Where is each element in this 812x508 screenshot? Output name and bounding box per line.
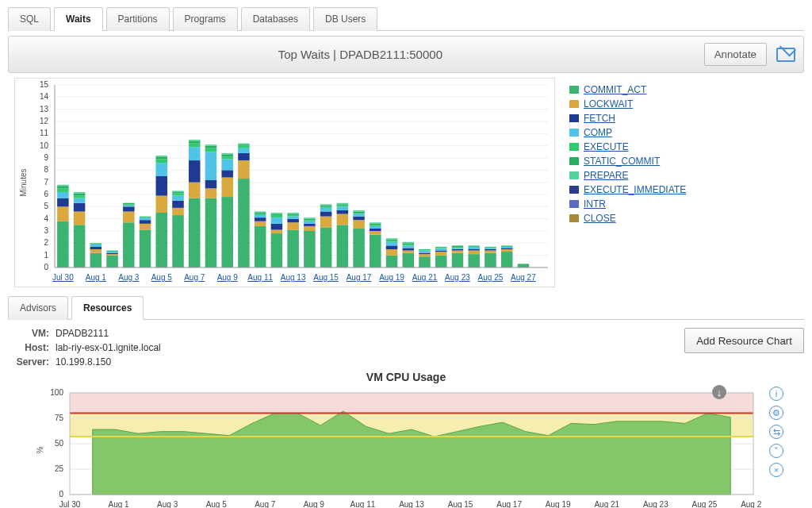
chevron-down-icon[interactable]: ˅ bbox=[769, 444, 783, 458]
svg-rect-164 bbox=[353, 214, 365, 217]
svg-text:15: 15 bbox=[40, 80, 49, 89]
svg-rect-52 bbox=[90, 243, 102, 244]
legend-item-commit_act[interactable]: COMMIT_ACT bbox=[569, 84, 686, 95]
close-icon[interactable]: × bbox=[769, 463, 783, 477]
svg-text:Aug 13: Aug 13 bbox=[399, 500, 424, 508]
info-icon[interactable]: i bbox=[769, 387, 783, 401]
mail-icon[interactable] bbox=[776, 48, 795, 62]
svg-rect-110 bbox=[238, 160, 250, 179]
legend-label: LOCKWAIT bbox=[584, 98, 633, 110]
svg-rect-140 bbox=[304, 226, 316, 231]
svg-rect-100 bbox=[205, 144, 217, 146]
legend-swatch bbox=[569, 114, 579, 122]
subtab-advisors[interactable]: Advisors bbox=[8, 296, 68, 320]
waits-chart[interactable]: 0123456789101112131415MinutesJul 30Aug 1… bbox=[14, 78, 555, 287]
svg-rect-214 bbox=[485, 253, 496, 267]
svg-rect-72 bbox=[156, 196, 168, 213]
svg-text:Aug 21: Aug 21 bbox=[594, 500, 619, 508]
svg-rect-36 bbox=[57, 192, 69, 198]
svg-text:%: % bbox=[36, 446, 44, 453]
svg-text:10: 10 bbox=[40, 141, 49, 150]
gear-icon[interactable]: ⚙ bbox=[769, 406, 783, 420]
svg-rect-213 bbox=[468, 245, 480, 247]
tab-programs[interactable]: Programs bbox=[173, 7, 238, 31]
tab-databases[interactable]: Databases bbox=[241, 7, 310, 31]
svg-rect-158 bbox=[337, 206, 349, 207]
legend-item-close[interactable]: CLOSE bbox=[569, 213, 686, 224]
legend-item-execute[interactable]: EXECUTE bbox=[569, 141, 686, 152]
svg-rect-79 bbox=[172, 215, 184, 267]
tab-sql[interactable]: SQL bbox=[8, 7, 51, 31]
svg-rect-48 bbox=[90, 253, 102, 267]
legend-label: EXECUTE bbox=[584, 141, 629, 152]
svg-rect-33 bbox=[57, 221, 69, 267]
svg-text:Jul 30: Jul 30 bbox=[52, 273, 74, 282]
tab-waits[interactable]: Waits bbox=[54, 7, 103, 31]
svg-rect-112 bbox=[238, 148, 250, 153]
svg-text:Jul 30: Jul 30 bbox=[59, 500, 81, 508]
annotate-button[interactable]: Annotate bbox=[704, 43, 767, 66]
legend-item-static_commit[interactable]: STATIC_COMMIT bbox=[569, 156, 686, 167]
svg-rect-125 bbox=[271, 229, 283, 233]
svg-rect-211 bbox=[468, 249, 480, 251]
svg-text:25: 25 bbox=[55, 464, 64, 473]
svg-text:8: 8 bbox=[44, 165, 48, 174]
marker-icon[interactable]: ↓ bbox=[712, 385, 726, 399]
svg-rect-126 bbox=[271, 224, 283, 230]
subtab-resources[interactable]: Resources bbox=[71, 296, 144, 320]
svg-rect-97 bbox=[205, 152, 217, 179]
svg-rect-139 bbox=[304, 231, 316, 267]
legend-item-lockwait[interactable]: LOCKWAIT bbox=[569, 98, 686, 110]
svg-rect-35 bbox=[57, 198, 69, 207]
legend-item-comp[interactable]: COMP bbox=[569, 127, 686, 138]
legend-item-fetch[interactable]: FETCH bbox=[569, 113, 686, 124]
svg-rect-57 bbox=[106, 252, 118, 253]
legend-item-intr[interactable]: INTR bbox=[569, 198, 686, 210]
svg-rect-96 bbox=[205, 180, 217, 189]
legend-swatch bbox=[569, 100, 579, 108]
svg-rect-64 bbox=[123, 203, 135, 205]
svg-rect-133 bbox=[287, 219, 299, 223]
svg-text:Aug 7: Aug 7 bbox=[255, 500, 276, 508]
legend-label: CLOSE bbox=[584, 213, 616, 224]
svg-rect-55 bbox=[106, 254, 118, 256]
svg-rect-54 bbox=[106, 256, 118, 267]
svg-rect-128 bbox=[271, 215, 283, 217]
svg-rect-34 bbox=[57, 206, 69, 221]
swap-icon[interactable]: ⇆ bbox=[769, 425, 783, 439]
svg-text:12: 12 bbox=[40, 117, 49, 125]
svg-rect-223 bbox=[501, 247, 513, 248]
svg-rect-201 bbox=[435, 247, 447, 248]
svg-rect-69 bbox=[140, 217, 151, 220]
svg-rect-157 bbox=[337, 206, 349, 210]
svg-rect-182 bbox=[386, 238, 398, 240]
legend-swatch bbox=[569, 157, 579, 165]
svg-rect-47 bbox=[74, 192, 86, 194]
lower-chart-title: VM CPU Usage bbox=[8, 371, 804, 383]
lower-chart-side-icons: i ⚙ ⇆ ˅ × bbox=[769, 387, 783, 477]
svg-rect-149 bbox=[320, 208, 332, 212]
svg-rect-194 bbox=[419, 251, 431, 253]
svg-text:Aug 9: Aug 9 bbox=[304, 500, 325, 508]
svg-text:50: 50 bbox=[55, 439, 64, 448]
svg-rect-49 bbox=[90, 249, 102, 253]
svg-rect-229 bbox=[70, 393, 753, 414]
svg-text:100: 100 bbox=[50, 388, 63, 397]
lower-chart[interactable]: 0255075100%Jul 30Aug 1Aug 3Aug 5Aug 7Aug… bbox=[32, 387, 761, 508]
legend-item-prepare[interactable]: PREPARE bbox=[569, 170, 686, 181]
svg-rect-46 bbox=[74, 193, 86, 195]
svg-rect-132 bbox=[287, 222, 299, 229]
resources-panel: VM:DPADB2111 Host:lab-riy-esx-01.ignite.… bbox=[8, 328, 804, 371]
legend-label: COMMIT_ACT bbox=[584, 84, 646, 95]
svg-text:9: 9 bbox=[44, 153, 48, 162]
legend-item-execute_immediate[interactable]: EXECUTE_IMMEDIATE bbox=[569, 184, 686, 195]
waits-legend: COMMIT_ACTLOCKWAITFETCHCOMPEXECUTESTATIC… bbox=[569, 78, 686, 287]
svg-rect-192 bbox=[419, 254, 431, 256]
svg-rect-73 bbox=[156, 176, 168, 196]
svg-text:14: 14 bbox=[40, 92, 49, 101]
svg-text:3: 3 bbox=[44, 226, 48, 235]
svg-rect-76 bbox=[156, 156, 168, 159]
tab-partitions[interactable]: Partitions bbox=[106, 7, 170, 31]
add-resource-chart-button[interactable]: Add Resource Chart bbox=[684, 328, 804, 353]
tab-db-users[interactable]: DB Users bbox=[313, 7, 377, 31]
